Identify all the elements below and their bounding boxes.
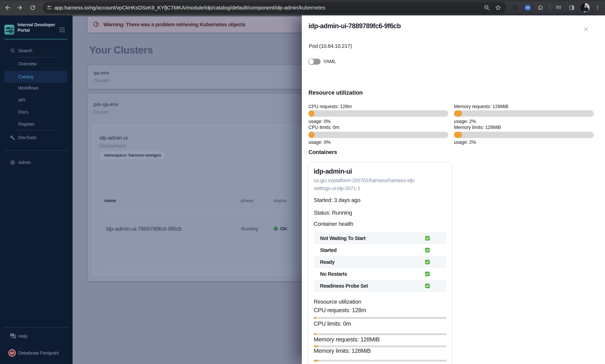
svg-text:?: ?: [11, 334, 13, 336]
